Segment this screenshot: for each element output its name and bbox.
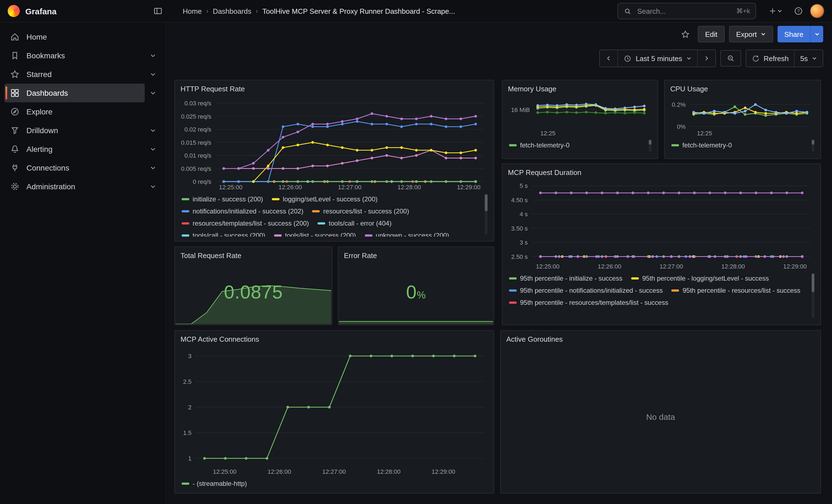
panel-title[interactable]: Error Rate	[344, 250, 488, 261]
panel-title[interactable]: Total Request Rate	[181, 250, 326, 261]
legend-item[interactable]: tools/call - success (200)	[182, 231, 265, 237]
legend-item[interactable]: resources/templates/list - success (200)	[182, 218, 309, 228]
grafana-app: Grafana Home › Dashboards › ToolHive MCP…	[0, 0, 832, 504]
memory-usage-chart[interactable]: 16 MiB12:25	[508, 95, 652, 137]
panel-title[interactable]: Active Goroutines	[506, 334, 815, 345]
svg-text:12:27:00: 12:27:00	[659, 263, 683, 270]
chevron-down-icon	[150, 183, 156, 190]
sidebar-item-bookmarks[interactable]: Bookmarks	[4, 46, 145, 65]
breadcrumb-home[interactable]: Home	[183, 7, 202, 15]
sidebar-item-label: Explore	[26, 107, 53, 116]
bookmarks-expand-button[interactable]	[145, 47, 161, 64]
legend-item[interactable]: unknown - success (200)	[365, 231, 449, 237]
dashboards-expand-button[interactable]	[145, 85, 161, 101]
legend-series-label: 95th percentile - initialize - success	[520, 274, 622, 282]
refresh-icon	[751, 54, 760, 62]
alerting-expand-button[interactable]	[145, 141, 161, 157]
breadcrumb-dashboards[interactable]: Dashboards	[213, 7, 251, 15]
chevron-down-icon	[686, 56, 692, 61]
panel-title[interactable]: MCP Request Duration	[508, 167, 815, 178]
sidebar-item-explore[interactable]: Explore	[4, 102, 161, 121]
user-avatar[interactable]	[810, 4, 824, 18]
legend-item[interactable]: 95th percentile - resources/list - succe…	[672, 286, 800, 295]
svg-text:12:25:00: 12:25:00	[213, 468, 237, 475]
time-range-picker[interactable]: Last 5 minutes	[617, 50, 697, 67]
legend-series-swatch	[182, 198, 189, 200]
export-button[interactable]: Export	[729, 26, 773, 43]
refresh-button[interactable]: Refresh	[746, 50, 794, 67]
sidebar-item-dashboards[interactable]: Dashboards	[4, 84, 145, 102]
legend-series-label: tools/call - success (200)	[192, 232, 265, 237]
error-rate-number: 0	[406, 282, 417, 302]
sidebar-item-home[interactable]: Home	[4, 27, 161, 46]
sidebar-toggle-button[interactable]	[150, 3, 166, 19]
legend-series-swatch	[672, 289, 679, 292]
legend-series-swatch	[182, 222, 189, 224]
search-box[interactable]: ⌘+k	[617, 3, 756, 19]
sidebar-item-drilldown[interactable]: Drilldown	[4, 121, 145, 140]
starred-expand-button[interactable]	[145, 66, 161, 82]
legend-item[interactable]: 95th percentile - notifications/initiali…	[509, 286, 663, 295]
time-shift-forward-button[interactable]	[697, 50, 715, 67]
legend-item[interactable]: 95th percentile - initialize - success	[509, 273, 622, 283]
sidebar-item-label: Starred	[26, 70, 52, 79]
administration-expand-button[interactable]	[145, 178, 161, 195]
sidebar-item-starred[interactable]: Starred	[4, 65, 145, 84]
svg-text:3: 3	[188, 353, 191, 360]
legend-item[interactable]: 95th percentile - logging/setLevel - suc…	[631, 273, 769, 283]
dashboards-grid-icon	[10, 88, 20, 98]
time-shift-back-button[interactable]	[600, 50, 617, 67]
legend-item[interactable]: 95th percentile - resources/templates/li…	[509, 298, 668, 308]
cpu-usage-chart[interactable]: 0.2%0%12:25	[670, 95, 815, 137]
chevron-left-icon	[605, 55, 612, 62]
svg-text:3.50 s: 3.50 s	[511, 225, 528, 232]
legend-series-label: resources/templates/list - success (200)	[192, 219, 309, 227]
legend-item[interactable]: fetch-telemetry-0	[509, 140, 570, 150]
time-controls: Last 5 minutes Refresh 5s	[166, 46, 832, 67]
legend-scrollbar[interactable]	[649, 140, 651, 152]
legend-item[interactable]: - (streamable-http)	[182, 479, 247, 488]
drilldown-expand-button[interactable]	[145, 122, 161, 139]
chevron-down-icon	[814, 31, 820, 37]
add-new-button[interactable]	[764, 3, 787, 19]
http-request-rate-chart[interactable]: 0 req/s0.005 req/s0.01 req/s0.015 req/s0…	[181, 95, 488, 191]
legend-series-label: initialize - success (200)	[192, 195, 263, 203]
share-button[interactable]: Share	[778, 26, 810, 43]
sidebar-item-connections[interactable]: Connections	[4, 158, 145, 177]
legend-item[interactable]: fetch-telemetry-0	[671, 140, 732, 150]
edit-button[interactable]: Edit	[698, 26, 725, 43]
dashboard-main: Edit Export Share	[166, 22, 832, 504]
legend-series-swatch	[274, 234, 282, 237]
legend-scrollbar[interactable]	[812, 273, 814, 318]
legend-item[interactable]: resources/list - success (200)	[312, 206, 409, 216]
help-button[interactable]: ?	[790, 3, 807, 19]
connections-expand-button[interactable]	[145, 160, 161, 176]
legend-series-swatch	[509, 144, 517, 147]
refresh-interval-picker[interactable]: 5s	[794, 50, 823, 67]
sidebar-item-administration[interactable]: Administration	[4, 177, 145, 196]
panel-title[interactable]: Memory Usage	[508, 84, 652, 95]
svg-text:12:28:00: 12:28:00	[377, 468, 400, 475]
legend-series-swatch	[182, 234, 189, 237]
refresh-group: Refresh 5s	[745, 50, 823, 67]
legend-item[interactable]: initialize - success (200)	[182, 194, 263, 204]
legend-item[interactable]: notifications/initialized - success (202…	[182, 206, 304, 216]
search-input[interactable]	[636, 6, 732, 16]
panel-title[interactable]: MCP Active Connections	[181, 334, 488, 345]
sidebar-item-alerting[interactable]: Alerting	[4, 140, 145, 158]
panel-title[interactable]: CPU Usage	[670, 84, 815, 95]
zoom-out-button[interactable]	[720, 50, 741, 67]
legend-scrollbar[interactable]	[485, 194, 488, 234]
mcp-active-connections-chart[interactable]: 11.522.5312:25:0012:26:0012:27:0012:28:0…	[181, 345, 488, 476]
share-menu-button[interactable]	[810, 26, 823, 43]
mcp-request-duration-chart[interactable]: 2.50 s3 s3.50 s4 s4.50 s5 s12:25:0012:26…	[508, 178, 815, 271]
favorite-star-button[interactable]	[677, 26, 694, 43]
share-button-group: Share	[778, 26, 823, 43]
panel-title[interactable]: HTTP Request Rate	[181, 84, 488, 95]
legend-scrollbar[interactable]	[812, 140, 814, 152]
svg-text:12:27:00: 12:27:00	[322, 468, 346, 475]
legend-item[interactable]: tools/call - error (404)	[318, 218, 391, 228]
legend-item[interactable]: tools/list - success (200)	[274, 231, 356, 237]
legend-item[interactable]: logging/setLevel - success (200)	[272, 194, 378, 204]
legend-series-swatch	[182, 482, 189, 485]
